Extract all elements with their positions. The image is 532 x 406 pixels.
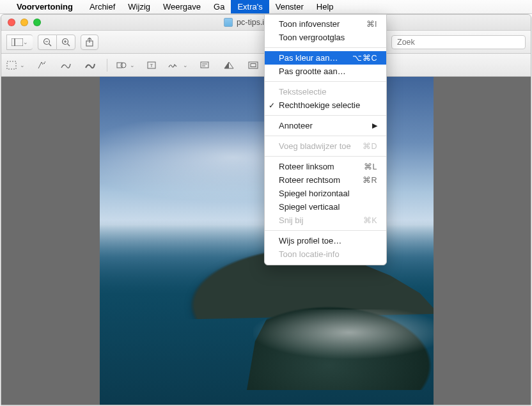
text-tool[interactable]: T <box>144 58 159 73</box>
svg-rect-0 <box>12 38 15 46</box>
shapes-tool[interactable]: ⌄ <box>116 58 135 73</box>
menu-item-label: Snij bij <box>279 215 303 225</box>
menu-item-label: Pas kleur aan… <box>279 53 338 63</box>
chevron-down-icon: ⌄ <box>183 62 188 68</box>
minimize-button[interactable] <box>20 19 28 26</box>
svg-point-12 <box>43 63 45 64</box>
document-icon <box>224 18 233 27</box>
menu-item-label: Toon locatie-info <box>279 249 340 259</box>
menu-item: Snij bij⌘K <box>265 214 386 227</box>
menu-item-label: Roteer linksom <box>279 162 334 171</box>
menu-ga[interactable]: Ga <box>207 0 231 13</box>
menu-shortcut: ⌥⌘C <box>352 53 377 63</box>
svg-rect-11 <box>7 61 16 69</box>
svg-line-6 <box>68 43 70 46</box>
menu-item[interactable]: Pas grootte aan… <box>265 65 386 78</box>
chevron-down-icon: ⌄ <box>130 62 135 68</box>
menu-item[interactable]: Spiegel verticaal <box>265 200 386 214</box>
instant-alpha-tool[interactable] <box>34 58 49 73</box>
chevron-down-icon: ⌄ <box>23 39 28 45</box>
search-input[interactable] <box>391 35 526 49</box>
rect-select-tool[interactable]: ⌄ <box>6 58 25 73</box>
menu-separator <box>265 230 386 231</box>
menu-separator <box>265 136 386 136</box>
zoom-in-button[interactable] <box>56 35 75 50</box>
system-menubar: Voorvertoning Archief Wijzig Weergave Ga… <box>0 0 532 14</box>
adjust-size-tool[interactable] <box>246 58 261 73</box>
svg-point-13 <box>45 61 46 63</box>
svg-text:T: T <box>150 63 153 68</box>
menu-item[interactable]: Roteer linksom⌘L <box>265 160 386 173</box>
zoom-group <box>38 35 75 50</box>
image-foam <box>253 309 434 386</box>
menu-item: Tekstselectie <box>265 85 386 98</box>
menu-item[interactable]: Toon infovenster⌘I <box>265 17 386 31</box>
view-mode-button[interactable]: ⌄ <box>6 35 33 50</box>
menu-shortcut: ⌘R <box>363 175 377 185</box>
menu-item: Voeg bladwijzer toe⌘D <box>265 139 386 153</box>
menu-separator <box>265 47 386 48</box>
menu-item: Toon locatie-info <box>265 247 386 261</box>
menu-weergave[interactable]: Weergave <box>157 0 207 13</box>
menu-item-label: Spiegel horizontaal <box>279 189 350 198</box>
menu-separator <box>265 81 386 82</box>
menu-item[interactable]: Annoteer▶ <box>265 119 386 132</box>
menu-separator <box>265 156 386 157</box>
zoom-button[interactable] <box>33 19 41 26</box>
share-button[interactable] <box>81 35 98 50</box>
menu-item-label: Rechthoekige selectie <box>279 100 360 110</box>
menu-item-label: Wijs profiel toe… <box>279 236 341 246</box>
menu-item[interactable]: Spiegel horizontaal <box>265 187 386 200</box>
svg-point-15 <box>121 63 126 68</box>
sketch-tool[interactable] <box>58 58 74 73</box>
svg-line-3 <box>49 43 52 46</box>
menu-item-label: Tekstselectie <box>279 87 326 97</box>
menu-shortcut: ⌘I <box>366 19 377 29</box>
menu-separator <box>265 115 386 116</box>
menu-item-label: Pas grootte aan… <box>279 66 346 76</box>
check-icon: ✓ <box>269 101 275 110</box>
menu-archief[interactable]: Archief <box>83 0 121 13</box>
annotate-tool[interactable] <box>197 58 212 73</box>
zoom-out-button[interactable] <box>38 35 56 50</box>
svg-rect-18 <box>201 62 208 68</box>
menu-item-label: Voeg bladwijzer toe <box>279 141 351 151</box>
menu-item[interactable]: Wijs profiel toe… <box>265 234 386 247</box>
svg-rect-1 <box>15 38 23 46</box>
view-mode-group: ⌄ <box>6 35 33 50</box>
draw-tool[interactable] <box>82 58 98 73</box>
menu-shortcut: ⌘K <box>363 215 377 225</box>
sign-tool[interactable]: ⌄ <box>168 58 188 73</box>
divider <box>107 59 107 72</box>
menu-help[interactable]: Help <box>310 0 340 13</box>
close-button[interactable] <box>8 19 15 26</box>
menu-item-label: Roteer rechtsom <box>279 175 340 185</box>
menu-item[interactable]: Roteer rechtsom⌘R <box>265 173 386 187</box>
menu-extras[interactable]: Extra's <box>231 0 269 13</box>
menu-wijzig[interactable]: Wijzig <box>121 0 157 13</box>
menu-item[interactable]: Toon vergrootglas <box>265 31 386 44</box>
app-name[interactable]: Voorvertoning <box>17 2 73 12</box>
svg-rect-24 <box>251 63 256 66</box>
menu-item-label: Annoteer <box>279 121 313 130</box>
menu-shortcut: ⌘L <box>364 162 377 171</box>
menu-item-label: Toon vergrootglas <box>279 33 345 42</box>
menu-item[interactable]: Pas kleur aan…⌥⌘C <box>265 51 386 65</box>
menu-venster[interactable]: Venster <box>269 0 310 13</box>
chevron-down-icon: ⌄ <box>20 62 25 68</box>
menu-item-label: Spiegel verticaal <box>279 202 340 212</box>
menu-shortcut: ⌘D <box>363 141 377 151</box>
adjust-color-tool[interactable] <box>221 58 237 73</box>
svg-rect-23 <box>249 62 258 68</box>
menu-item[interactable]: ✓Rechthoekige selectie <box>265 98 386 112</box>
search-field-wrap <box>391 35 526 49</box>
window-controls <box>1 19 41 26</box>
extras-dropdown-menu: Toon infovenster⌘IToon vergrootglasPas k… <box>264 14 387 265</box>
menu-item-label: Toon infovenster <box>279 19 340 29</box>
submenu-arrow-icon: ▶ <box>372 121 377 130</box>
